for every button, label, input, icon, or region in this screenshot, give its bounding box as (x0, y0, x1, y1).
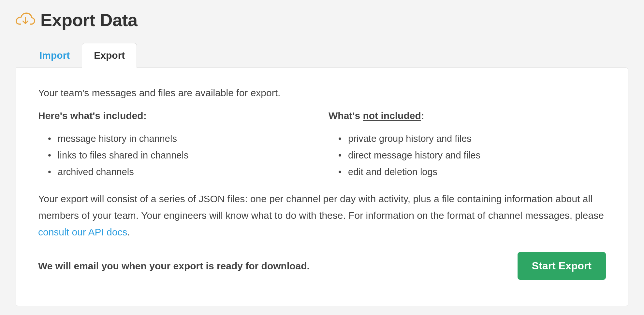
list-item: links to files shared in channels (48, 147, 315, 164)
intro-text: Your team's messages and files are avail… (38, 87, 606, 98)
list-item: private group history and files (338, 130, 606, 147)
bottom-row: We will email you when your export is re… (38, 252, 606, 280)
included-heading: Here's what's included: (38, 110, 315, 121)
page-header: Export Data (16, 10, 628, 30)
export-panel: Your team's messages and files are avail… (16, 68, 628, 306)
list-item: message history in channels (48, 130, 315, 147)
page-title: Export Data (40, 10, 138, 30)
included-list: message history in channels links to fil… (38, 130, 315, 180)
not-included-prefix: What's (329, 110, 363, 121)
not-included-heading: What's not included: (329, 110, 606, 121)
description-paragraph: Your export will consist of a series of … (38, 190, 606, 240)
included-column: Here's what's included: message history … (38, 110, 315, 180)
email-notice: We will email you when your export is re… (38, 261, 310, 272)
start-export-button[interactable]: Start Export (518, 252, 606, 280)
tab-import[interactable]: Import (27, 43, 82, 68)
not-included-column: What's not included: private group histo… (329, 110, 606, 180)
list-item: edit and deletion logs (338, 164, 606, 180)
cloud-download-icon (16, 11, 35, 29)
not-included-suffix: : (421, 110, 424, 121)
tabs-container: Import Export Your team's messages and f… (16, 43, 628, 306)
not-included-list: private group history and files direct m… (329, 130, 606, 180)
description-after-link: . (127, 227, 130, 237)
list-item: direct message history and files (338, 147, 606, 164)
columns: Here's what's included: message history … (38, 110, 606, 180)
list-item: archived channels (48, 164, 315, 180)
description-before-link: Your export will consist of a series of … (38, 193, 604, 221)
tab-export[interactable]: Export (82, 43, 137, 68)
api-docs-link[interactable]: consult our API docs (38, 227, 127, 237)
tabs: Import Export (16, 43, 628, 68)
not-included-underlined: not included (363, 110, 421, 121)
